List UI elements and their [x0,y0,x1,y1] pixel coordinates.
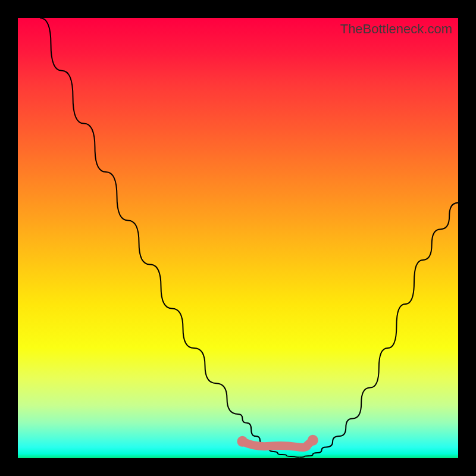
optimum-dot-left [237,436,248,447]
optimum-dot-right [308,435,318,446]
chart-frame: TheBottleneck.com [0,0,476,476]
chart-svg [18,18,458,458]
curve-right [300,203,458,458]
curve-left [40,18,300,458]
optimum-band [242,440,312,447]
plot-area: TheBottleneck.com [18,18,458,458]
